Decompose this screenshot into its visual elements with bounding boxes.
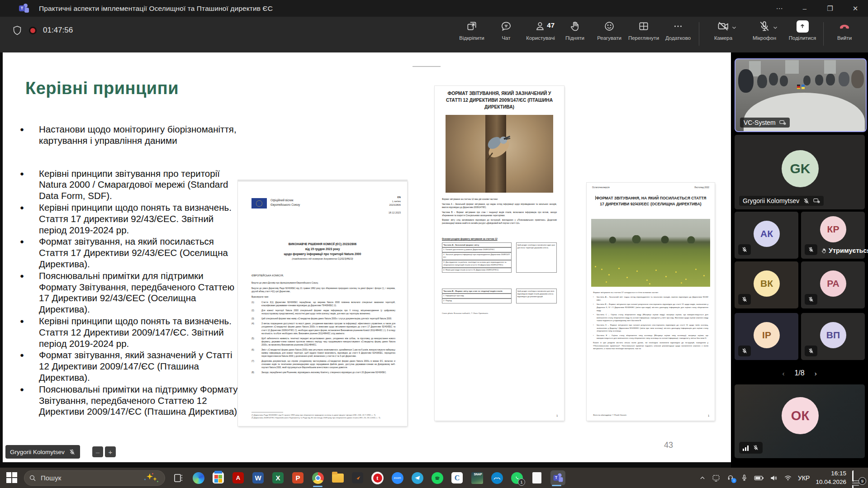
capture-app-icon[interactable]: C (451, 472, 463, 484)
mic-off-badge (738, 244, 751, 255)
edge-icon[interactable] (192, 472, 204, 484)
openoffice-icon[interactable] (491, 472, 503, 484)
trend-micro-icon[interactable]: t (371, 472, 384, 484)
meeting-stage: Керівні принципи ●Настанови щодо монітор… (0, 52, 868, 468)
unpin-icon (466, 19, 478, 33)
participant-name-label: Grygorii Kolomytsev (739, 196, 824, 206)
react-button[interactable]: Реагувати (592, 19, 626, 41)
zoom-icon[interactable]: zoom (391, 472, 403, 484)
list-item: ●Керівні принципи щодо понять та визначе… (20, 202, 240, 236)
task-view-icon[interactable] (172, 472, 185, 484)
view-button[interactable]: Переглянути (626, 19, 661, 41)
word-icon[interactable]: W (252, 472, 264, 484)
recording-timer: 01:47:56 (43, 26, 73, 35)
tray-mic-icon[interactable] (740, 474, 748, 482)
birds-doc-table-a: Частина A - Загальний формат звіту 1. Го… (442, 242, 557, 273)
language-indicator[interactable]: УКР (798, 474, 810, 482)
leave-button[interactable]: Вийти (827, 19, 862, 41)
list-item: ●Пояснювальні примітки на підтримку Форм… (20, 384, 240, 417)
slide-page-number: 43 (664, 441, 673, 450)
zoom-in-button[interactable]: + (105, 446, 116, 457)
participants-pager: ‹ 1/8 › (731, 369, 868, 377)
video-tile-vp[interactable]: ВП (801, 313, 865, 360)
screen-share-icon (813, 198, 820, 204)
table-flags (797, 85, 805, 89)
acrobat-icon[interactable]: A (232, 472, 244, 484)
notification-center-icon[interactable]: 9 (852, 472, 863, 483)
video-tile-ip[interactable]: IP (735, 313, 798, 360)
avatar: IP (754, 322, 780, 348)
pager-next-icon[interactable]: › (815, 370, 817, 377)
window-more-button[interactable]: ⋯ (767, 0, 792, 17)
whatsapp-icon[interactable]: 1 (511, 472, 523, 484)
snap-icon[interactable]: SNAP (471, 472, 483, 484)
video-tile-ak[interactable]: АК (735, 212, 798, 259)
document-habitats-format: Остаточна версія Листопад 2022 ФОРМАТ ЗВ… (587, 183, 715, 421)
birds-doc-section-heading: Основні розділи формату звітування за ст… (442, 238, 498, 240)
tray-expand-icon[interactable] (699, 475, 706, 481)
birds-doc-title: ФОРМАТ ЗВІТУВАННЯ, ЯКИЙ ЗАЗНАЧЕНИЙ У СТА… (441, 90, 558, 110)
mic-off-badge (738, 346, 751, 356)
video-tile-vk[interactable]: ВК (735, 261, 798, 308)
tray-wifi-icon[interactable] (784, 474, 792, 482)
pager-prev-icon[interactable]: ‹ (782, 370, 784, 377)
avatar: КР (820, 216, 846, 242)
camera-button[interactable]: Камера (703, 19, 744, 41)
window-minimize-button[interactable]: – (792, 0, 817, 17)
search-input[interactable] (40, 474, 109, 482)
avatar: РА (820, 270, 846, 297)
video-tile-ok[interactable]: ОК (735, 384, 865, 458)
taskbar-search[interactable] (24, 470, 165, 486)
store-icon[interactable] (212, 472, 224, 484)
chrome-icon[interactable] (312, 472, 324, 484)
zoom-out-button[interactable]: – (92, 446, 103, 457)
tray-device-icon[interactable]: i (726, 474, 735, 482)
raise-hand-button[interactable]: Підняти (558, 19, 592, 41)
avatar: ВП (820, 322, 846, 348)
avatar: ВК (754, 270, 780, 297)
unpin-button[interactable]: Відкріпити (455, 19, 489, 41)
habitats-doc-page-number: 1 (708, 414, 709, 417)
tracker-app-icon[interactable] (351, 472, 364, 484)
daffodil-meadow-photo (591, 219, 710, 287)
clock-date: 10.04.2026 (816, 478, 846, 486)
file-explorer-icon[interactable] (332, 472, 344, 484)
more-options-button[interactable]: Додатково (661, 19, 695, 41)
excel-icon[interactable]: X (272, 472, 284, 484)
participants-button[interactable]: 47 Користувачі (523, 19, 558, 41)
mic-off-icon (758, 19, 771, 33)
share-button[interactable]: Поділитися (785, 19, 820, 41)
window-maximize-button[interactable]: ❐ (817, 0, 843, 17)
microphone-chevron-icon[interactable] (773, 25, 778, 30)
tray-volume-icon[interactable] (770, 474, 778, 482)
telegram-icon[interactable] (411, 472, 423, 484)
tray-battery-icon[interactable] (754, 474, 764, 482)
microphone-button[interactable]: Мікрофон (744, 19, 785, 41)
windows-taskbar: A W X P t zoom (0, 468, 868, 488)
camera-chevron-icon[interactable] (731, 25, 737, 30)
video-tile-grygorii[interactable]: GK Grygorii Kolomytsev (735, 135, 865, 209)
mic-off-badge (805, 244, 817, 255)
eu-flag-icon (251, 198, 267, 208)
active-app-indicator (313, 486, 323, 487)
journal-corner-info: EN L series 2023/2806 18.12.2023 (389, 195, 401, 215)
toolbar-divider (823, 22, 824, 46)
document-birds-format: ФОРМАТ ЗВІТУВАННЯ, ЯКИЙ ЗАЗНАЧЕНИЙ У СТА… (435, 86, 564, 421)
spotify-icon[interactable] (431, 472, 443, 484)
birds-doc-note-b: Цей розділ необхідно заповнити для всіх … (516, 289, 557, 303)
powerpoint-icon[interactable]: P (292, 472, 304, 484)
start-button[interactable] (6, 472, 18, 484)
video-tile-vc-system[interactable]: VC-System (735, 58, 867, 132)
notepad-icon[interactable] (531, 472, 543, 484)
tray-display-icon[interactable] (711, 474, 721, 483)
more-dots-icon (672, 19, 684, 33)
hangup-icon (838, 19, 851, 33)
avatar: GK (782, 150, 819, 187)
video-tile-ra[interactable]: РА (801, 261, 865, 308)
teams-taskbar-icon[interactable]: T (550, 472, 565, 484)
window-close-button[interactable]: ✕ (843, 0, 868, 17)
chat-button[interactable]: Чат (489, 19, 523, 41)
habitats-doc-meta: Остаточна версія Листопад 2022 (592, 186, 709, 189)
video-tile-kr[interactable]: КР Утримується (801, 212, 865, 259)
taskbar-clock[interactable]: 16:15 10.04.2026 (816, 469, 846, 486)
